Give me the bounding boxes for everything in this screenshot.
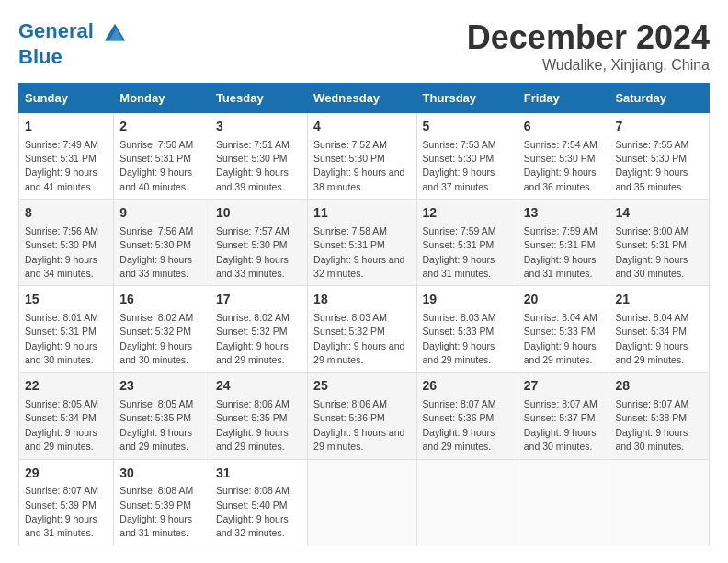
day-number: 17 — [216, 291, 301, 309]
day-info: Sunrise: 8:04 AMSunset: 5:34 PMDaylight:… — [615, 312, 688, 365]
calendar-cell: 7Sunrise: 7:55 AMSunset: 5:30 PMDaylight… — [609, 113, 710, 200]
day-number: 24 — [216, 377, 301, 396]
day-number: 5 — [423, 118, 512, 136]
calendar-cell: 3Sunrise: 7:51 AMSunset: 5:30 PMDaylight… — [210, 113, 307, 200]
calendar-cell: 6Sunrise: 7:54 AMSunset: 5:30 PMDaylight… — [518, 113, 609, 200]
day-info: Sunrise: 7:55 AMSunset: 5:30 PMDaylight:… — [615, 139, 688, 192]
subtitle: Wudalike, Xinjiang, China — [467, 57, 710, 74]
calendar-cell: 12Sunrise: 7:59 AMSunset: 5:31 PMDayligh… — [416, 200, 518, 286]
day-info: Sunrise: 7:50 AMSunset: 5:31 PMDaylight:… — [119, 139, 193, 192]
weekday-header: Saturday — [609, 84, 710, 113]
day-info: Sunrise: 7:59 AMSunset: 5:31 PMDaylight:… — [423, 225, 496, 279]
day-info: Sunrise: 8:00 AMSunset: 5:31 PMDaylight:… — [615, 225, 688, 279]
day-info: Sunrise: 8:06 AMSunset: 5:36 PMDaylight:… — [313, 398, 404, 452]
day-info: Sunrise: 7:56 AMSunset: 5:30 PMDaylight:… — [119, 225, 193, 279]
day-number: 30 — [119, 465, 204, 483]
calendar-cell: 26Sunrise: 8:07 AMSunset: 5:36 PMDayligh… — [416, 373, 518, 459]
calendar-cell: 15Sunrise: 8:01 AMSunset: 5:31 PMDayligh… — [19, 286, 114, 373]
calendar-cell: 16Sunrise: 8:02 AMSunset: 5:32 PMDayligh… — [114, 286, 210, 373]
weekday-header: Tuesday — [210, 84, 307, 113]
day-info: Sunrise: 8:07 AMSunset: 5:36 PMDaylight:… — [423, 398, 496, 452]
calendar-cell: 10Sunrise: 7:57 AMSunset: 5:30 PMDayligh… — [210, 200, 307, 286]
calendar-cell: 2Sunrise: 7:50 AMSunset: 5:31 PMDaylight… — [114, 113, 210, 200]
day-number: 9 — [119, 204, 204, 223]
day-info: Sunrise: 8:08 AMSunset: 5:40 PMDaylight:… — [216, 485, 290, 538]
calendar-cell: 11Sunrise: 7:58 AMSunset: 5:31 PMDayligh… — [308, 200, 416, 286]
day-number: 12 — [423, 204, 512, 223]
logo-general: General — [18, 19, 94, 42]
day-info: Sunrise: 8:05 AMSunset: 5:35 PMDaylight:… — [119, 398, 193, 452]
calendar-cell: 5Sunrise: 7:53 AMSunset: 5:30 PMDaylight… — [416, 113, 518, 200]
calendar-cell: 1Sunrise: 7:49 AMSunset: 5:31 PMDaylight… — [19, 113, 114, 200]
logo-blue: Blue — [18, 46, 129, 68]
day-number: 27 — [524, 377, 604, 396]
calendar-week-row: 15Sunrise: 8:01 AMSunset: 5:31 PMDayligh… — [19, 286, 710, 373]
calendar-cell: 14Sunrise: 8:00 AMSunset: 5:31 PMDayligh… — [609, 200, 710, 286]
day-info: Sunrise: 8:03 AMSunset: 5:32 PMDaylight:… — [313, 312, 404, 365]
day-number: 14 — [615, 204, 703, 223]
calendar-cell — [518, 459, 609, 546]
calendar-week-row: 29Sunrise: 8:07 AMSunset: 5:39 PMDayligh… — [19, 459, 710, 546]
day-info: Sunrise: 7:57 AMSunset: 5:30 PMDaylight:… — [216, 225, 290, 279]
calendar-cell: 28Sunrise: 8:07 AMSunset: 5:38 PMDayligh… — [609, 373, 710, 459]
day-info: Sunrise: 7:49 AMSunset: 5:31 PMDaylight:… — [25, 139, 98, 192]
day-number: 22 — [25, 377, 108, 396]
day-info: Sunrise: 8:02 AMSunset: 5:32 PMDaylight:… — [119, 312, 193, 365]
header: General Blue December 2024 Wudalike, Xin… — [18, 18, 710, 74]
weekday-header: Monday — [114, 84, 210, 113]
day-info: Sunrise: 7:56 AMSunset: 5:30 PMDaylight:… — [25, 225, 98, 279]
day-number: 8 — [25, 204, 108, 223]
day-number: 7 — [615, 118, 703, 136]
calendar-cell: 17Sunrise: 8:02 AMSunset: 5:32 PMDayligh… — [210, 286, 307, 373]
calendar-cell: 25Sunrise: 8:06 AMSunset: 5:36 PMDayligh… — [308, 373, 416, 459]
day-info: Sunrise: 8:07 AMSunset: 5:37 PMDaylight:… — [524, 398, 597, 452]
calendar-cell: 27Sunrise: 8:07 AMSunset: 5:37 PMDayligh… — [518, 373, 609, 459]
day-info: Sunrise: 7:54 AMSunset: 5:30 PMDaylight:… — [524, 139, 597, 192]
day-info: Sunrise: 7:51 AMSunset: 5:30 PMDaylight:… — [216, 139, 290, 192]
logo-text: General — [18, 18, 129, 46]
calendar-cell: 31Sunrise: 8:08 AMSunset: 5:40 PMDayligh… — [210, 459, 307, 546]
calendar-cell: 8Sunrise: 7:56 AMSunset: 5:30 PMDaylight… — [19, 200, 114, 286]
main-title: December 2024 — [467, 18, 710, 57]
day-number: 19 — [423, 291, 512, 309]
day-number: 20 — [524, 291, 604, 309]
day-number: 23 — [119, 377, 204, 396]
weekday-header: Wednesday — [308, 84, 416, 113]
day-number: 4 — [313, 118, 410, 136]
day-number: 10 — [216, 204, 301, 223]
calendar-cell: 9Sunrise: 7:56 AMSunset: 5:30 PMDaylight… — [114, 200, 210, 286]
day-info: Sunrise: 7:52 AMSunset: 5:30 PMDaylight:… — [313, 139, 404, 192]
calendar-cell: 22Sunrise: 8:05 AMSunset: 5:34 PMDayligh… — [19, 373, 114, 459]
logo-icon — [101, 18, 129, 46]
day-number: 1 — [25, 118, 108, 136]
day-info: Sunrise: 8:05 AMSunset: 5:34 PMDaylight:… — [25, 398, 98, 452]
day-number: 21 — [615, 291, 703, 309]
day-info: Sunrise: 7:58 AMSunset: 5:31 PMDaylight:… — [313, 225, 404, 279]
calendar-table: SundayMondayTuesdayWednesdayThursdayFrid… — [18, 83, 710, 546]
day-number: 3 — [216, 118, 301, 136]
weekday-header: Friday — [518, 84, 609, 113]
day-info: Sunrise: 8:07 AMSunset: 5:38 PMDaylight:… — [615, 398, 688, 452]
day-info: Sunrise: 7:53 AMSunset: 5:30 PMDaylight:… — [423, 139, 496, 192]
calendar-cell: 4Sunrise: 7:52 AMSunset: 5:30 PMDaylight… — [308, 113, 416, 200]
day-number: 11 — [313, 204, 410, 223]
day-number: 26 — [423, 377, 512, 396]
calendar-cell: 21Sunrise: 8:04 AMSunset: 5:34 PMDayligh… — [609, 286, 710, 373]
day-number: 29 — [25, 465, 108, 483]
day-number: 13 — [524, 204, 604, 223]
logo: General Blue — [18, 18, 129, 68]
day-info: Sunrise: 8:03 AMSunset: 5:33 PMDaylight:… — [423, 312, 496, 365]
day-number: 31 — [216, 465, 301, 483]
day-info: Sunrise: 8:04 AMSunset: 5:33 PMDaylight:… — [524, 312, 597, 365]
day-info: Sunrise: 7:59 AMSunset: 5:31 PMDaylight:… — [524, 225, 597, 279]
day-number: 15 — [25, 291, 108, 309]
day-number: 2 — [119, 118, 204, 136]
title-area: December 2024 Wudalike, Xinjiang, China — [467, 18, 710, 74]
weekday-header: Sunday — [19, 84, 114, 113]
calendar-cell: 30Sunrise: 8:08 AMSunset: 5:39 PMDayligh… — [114, 459, 210, 546]
day-info: Sunrise: 8:07 AMSunset: 5:39 PMDaylight:… — [25, 485, 98, 538]
calendar-cell: 20Sunrise: 8:04 AMSunset: 5:33 PMDayligh… — [518, 286, 609, 373]
day-info: Sunrise: 8:08 AMSunset: 5:39 PMDaylight:… — [119, 485, 193, 538]
calendar-cell: 18Sunrise: 8:03 AMSunset: 5:32 PMDayligh… — [308, 286, 416, 373]
calendar-cell: 24Sunrise: 8:06 AMSunset: 5:35 PMDayligh… — [210, 373, 307, 459]
